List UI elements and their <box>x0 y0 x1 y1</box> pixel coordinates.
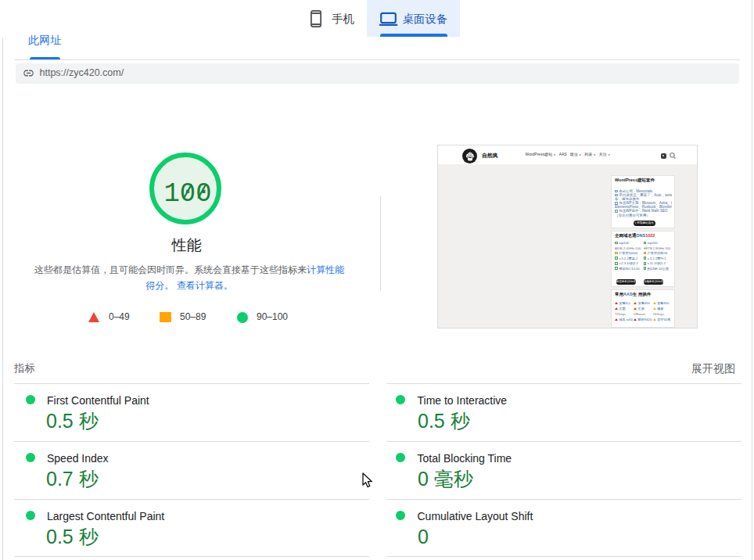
svg-text:100: 100 <box>164 178 212 210</box>
